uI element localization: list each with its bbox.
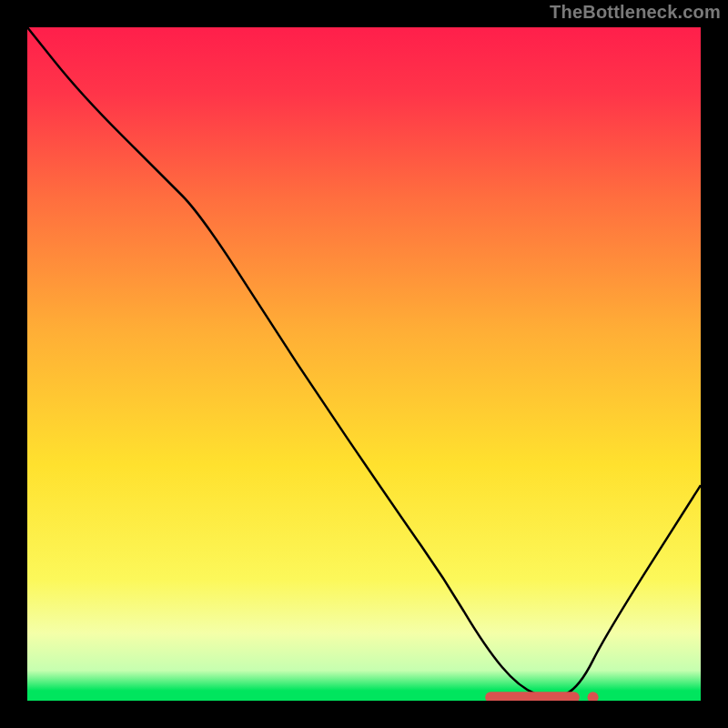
attribution-label: TheBottleneck.com bbox=[550, 2, 721, 23]
bottleneck-chart bbox=[0, 0, 728, 728]
plot-background bbox=[27, 27, 701, 701]
optimal-range-bar bbox=[485, 692, 580, 703]
chart-stage: TheBottleneck.com bbox=[0, 0, 728, 728]
optimal-range-dot bbox=[588, 692, 599, 703]
